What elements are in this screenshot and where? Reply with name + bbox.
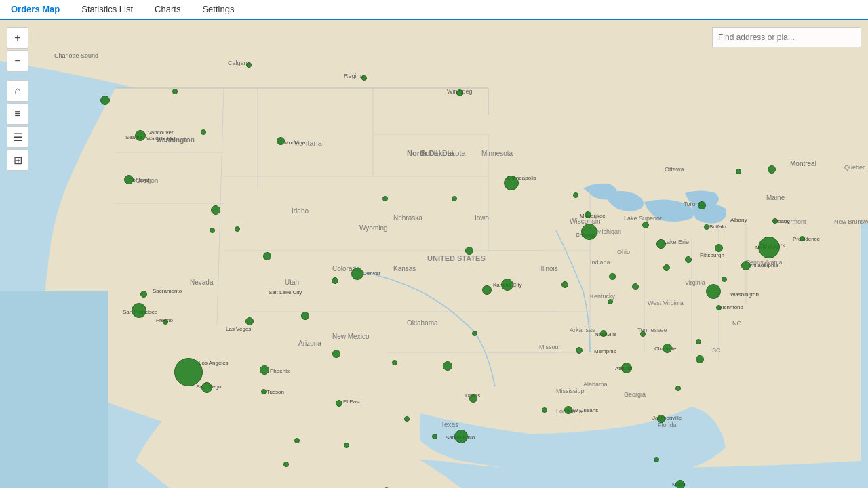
city-dot[interactable] — [235, 226, 240, 232]
city-dot[interactable] — [140, 291, 147, 298]
city-dot[interactable] — [675, 386, 681, 391]
svg-text:Buffalo: Buffalo — [709, 224, 726, 230]
tab-statistics-list[interactable]: Statistics List — [71, 0, 144, 20]
city-dot[interactable] — [716, 305, 722, 310]
svg-text:Alabama: Alabama — [583, 381, 608, 388]
city-dot[interactable] — [361, 75, 367, 81]
list-view-button[interactable]: ≡ — [7, 103, 28, 125]
city-dot[interactable] — [663, 344, 672, 353]
city-dot[interactable] — [465, 247, 473, 255]
city-dot[interactable] — [245, 317, 254, 325]
svg-text:Montreal: Montreal — [790, 160, 816, 167]
city-dot[interactable] — [581, 224, 597, 240]
city-dot[interactable] — [332, 277, 338, 284]
tab-charts[interactable]: Charts — [144, 0, 191, 20]
city-dot[interactable] — [706, 284, 721, 299]
svg-text:Albany: Albany — [730, 217, 747, 223]
city-dot[interactable] — [263, 252, 271, 260]
city-dot[interactable] — [469, 394, 477, 403]
city-dot[interactable] — [501, 279, 513, 291]
city-dot[interactable] — [404, 416, 410, 422]
city-dot[interactable] — [301, 312, 309, 320]
city-dot[interactable] — [135, 130, 146, 141]
city-dot[interactable] — [576, 347, 583, 354]
city-dot[interactable] — [472, 331, 477, 336]
city-dot[interactable] — [201, 129, 206, 135]
svg-text:Washington: Washington — [146, 136, 175, 142]
city-dot[interactable] — [336, 400, 342, 407]
city-dot[interactable] — [561, 281, 568, 288]
city-dot[interactable] — [657, 415, 665, 423]
home-button[interactable]: ⌂ — [7, 80, 28, 102]
city-dot[interactable] — [332, 350, 340, 358]
city-dot[interactable] — [542, 407, 547, 413]
city-dot[interactable] — [722, 277, 727, 282]
city-dot[interactable] — [344, 443, 349, 448]
city-dot[interactable] — [600, 330, 607, 337]
city-dot[interactable] — [736, 169, 741, 174]
city-dot[interactable] — [456, 89, 463, 96]
city-dot[interactable] — [564, 406, 572, 414]
city-dot[interactable] — [609, 273, 616, 280]
city-dot[interactable] — [201, 382, 212, 393]
menu-button[interactable]: ☰ — [7, 126, 28, 148]
city-dot[interactable] — [163, 319, 168, 325]
city-dot[interactable] — [482, 285, 492, 295]
city-dot[interactable] — [696, 355, 704, 363]
city-dot[interactable] — [663, 264, 670, 271]
zoom-in-button[interactable]: + — [7, 27, 28, 49]
tab-settings[interactable]: Settings — [191, 0, 245, 20]
grid-button[interactable]: ⊞ — [7, 149, 28, 171]
city-dot[interactable] — [443, 361, 452, 371]
city-dot[interactable] — [246, 62, 252, 68]
city-dot[interactable] — [124, 175, 134, 184]
city-dot[interactable] — [452, 196, 457, 201]
city-dot[interactable] — [277, 137, 285, 145]
city-dot[interactable] — [768, 165, 776, 174]
city-dot[interactable] — [432, 434, 437, 439]
city-dot[interactable] — [382, 196, 388, 201]
city-dot[interactable] — [741, 261, 751, 270]
city-dot[interactable] — [392, 360, 397, 365]
city-dot[interactable] — [172, 89, 178, 94]
city-dot[interactable] — [696, 339, 701, 344]
svg-text:Montana: Montana — [284, 140, 306, 146]
svg-text:South Dakota: South Dakota — [420, 149, 467, 157]
city-dot[interactable] — [772, 218, 778, 224]
city-dot[interactable] — [758, 237, 780, 258]
tab-orders-map[interactable]: Orders Map — [0, 0, 71, 20]
city-dot[interactable] — [698, 201, 706, 209]
city-dot[interactable] — [632, 283, 639, 290]
city-dot[interactable] — [100, 96, 110, 105]
svg-text:Utah: Utah — [285, 279, 299, 286]
city-dot[interactable] — [174, 358, 203, 386]
svg-text:Charlotte Sound: Charlotte Sound — [54, 52, 98, 59]
svg-text:Nebraska: Nebraska — [393, 214, 422, 222]
city-dot[interactable] — [585, 211, 591, 218]
city-dot[interactable] — [654, 457, 659, 462]
zoom-out-button[interactable]: − — [7, 50, 28, 72]
city-dot[interactable] — [640, 331, 646, 337]
city-dot[interactable] — [800, 236, 805, 241]
city-dot[interactable] — [608, 299, 613, 304]
city-dot[interactable] — [715, 244, 723, 252]
search-input[interactable] — [712, 27, 861, 47]
city-dot[interactable] — [351, 268, 363, 280]
city-dot[interactable] — [260, 365, 269, 375]
city-dot[interactable] — [454, 430, 468, 443]
svg-text:Idaho: Idaho — [292, 207, 309, 215]
city-dot[interactable] — [132, 303, 146, 318]
city-dot[interactable] — [642, 222, 649, 228]
city-dot[interactable] — [294, 438, 300, 443]
city-dot[interactable] — [261, 389, 267, 394]
city-dot[interactable] — [211, 205, 220, 215]
city-dot[interactable] — [675, 480, 685, 488]
city-dot[interactable] — [504, 176, 519, 190]
city-dot[interactable] — [573, 192, 578, 198]
city-dot[interactable] — [283, 462, 289, 467]
city-dot[interactable] — [656, 239, 666, 249]
city-dot[interactable] — [704, 224, 709, 230]
city-dot[interactable] — [210, 228, 215, 233]
city-dot[interactable] — [685, 256, 692, 263]
city-dot[interactable] — [621, 363, 632, 373]
